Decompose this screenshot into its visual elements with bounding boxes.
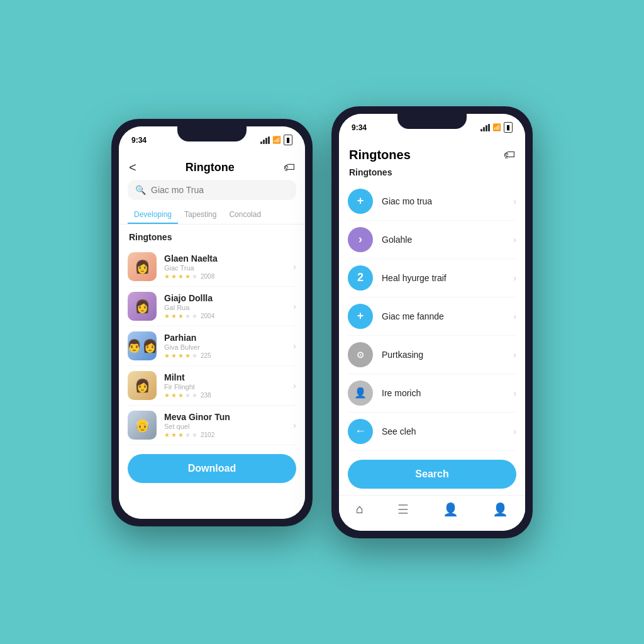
ringtone-info-2: Parhian Giva Bulver ★ ★ ★ ★ ★ 225 xyxy=(164,333,286,359)
right-phone: 9:34 📶 ▮ Ringtones 🏷 Ringtones xyxy=(331,106,533,538)
signal-icon-left xyxy=(260,136,270,144)
ringtone-info-3: Milnt Fir Flinght ★ ★ ★ ★ ★ 238 xyxy=(164,372,286,399)
ringtone-item-0[interactable]: 👩 Glaen Naelta Giac Trua ★ ★ ★ ★ ★ xyxy=(128,247,296,287)
ringtone-stars-2: ★ ★ ★ ★ ★ 225 xyxy=(164,352,286,359)
signal-icon-right xyxy=(480,124,490,131)
chevron-3: › xyxy=(293,380,296,391)
right-chevron-6: › xyxy=(513,426,516,436)
ringtone-subtitle-0: Giac Trua xyxy=(164,264,286,272)
chevron-2: › xyxy=(293,341,296,351)
left-phone-screen: 9:34 📶 ▮ < Ringtone 🏷 xyxy=(119,126,305,519)
circle-icon-0: + xyxy=(348,189,373,214)
right-name-2: Heal hyurge traif xyxy=(382,273,504,283)
right-item-1[interactable]: › Golahle › xyxy=(348,221,516,259)
right-item-4[interactable]: ⊙ Purtkasing › xyxy=(348,336,516,374)
status-bar-right: 9:34 📶 ▮ xyxy=(339,114,525,142)
ringtone-list-left: 👩 Glaen Naelta Giac Trua ★ ★ ★ ★ ★ xyxy=(119,247,305,445)
tag-icon-left[interactable]: 🏷 xyxy=(284,161,295,174)
avatar-2: 👨‍👩 xyxy=(128,331,157,360)
status-icons-right: 📶 ▮ xyxy=(480,122,513,133)
right-chevron-5: › xyxy=(513,388,516,398)
ringtone-item-1[interactable]: 👩 Giajo Dollla Gal Rua ★ ★ ★ ★ ★ 2 xyxy=(128,287,296,326)
right-item-5[interactable]: 👤 Ire morich › xyxy=(348,374,516,413)
circle-icon-3: + xyxy=(348,304,373,329)
wifi-icon-left: 📶 xyxy=(272,136,281,144)
nav-list[interactable]: ☰ xyxy=(397,502,409,517)
left-phone: 9:34 📶 ▮ < Ringtone 🏷 xyxy=(111,119,313,526)
right-info-2: Heal hyurge traif xyxy=(382,273,504,283)
right-name-0: Giac mo trua xyxy=(382,196,504,206)
ringtone-item-2[interactable]: 👨‍👩 Parhian Giva Bulver ★ ★ ★ ★ ★ xyxy=(128,326,296,366)
ringtone-name-0: Glaen Naelta xyxy=(164,253,286,264)
ringtone-info-1: Giajo Dollla Gal Rua ★ ★ ★ ★ ★ 2004 xyxy=(164,293,286,319)
tab-developing[interactable]: Developing xyxy=(128,206,178,224)
right-section-label: Ringtones xyxy=(339,167,525,182)
ringtone-item-3[interactable]: 👩 Milnt Fir Flinght ★ ★ ★ ★ ★ 238 xyxy=(128,366,296,406)
left-header: < Ringtone 🏷 xyxy=(119,154,305,180)
left-page-title: Ringtone xyxy=(186,161,235,174)
circle-icon-6: ← xyxy=(348,419,373,444)
status-bar-left: 9:34 📶 ▮ xyxy=(119,126,305,154)
right-item-3[interactable]: + Giac me fannde › xyxy=(348,297,516,336)
search-button[interactable]: Search xyxy=(348,460,516,489)
right-phone-screen: 9:34 📶 ▮ Ringtones 🏷 Ringtones xyxy=(339,114,525,531)
right-info-6: See cleh xyxy=(382,426,504,436)
back-button[interactable]: < xyxy=(129,160,136,175)
bottom-nav: ⌂ ☰ 👤 👤 xyxy=(339,495,525,521)
tabs-left: Developing Tapesting Concolad xyxy=(119,206,305,225)
right-item-6[interactable]: ← See cleh › xyxy=(348,413,516,451)
left-section-label: Ringtones xyxy=(119,232,305,247)
tab-tapesting[interactable]: Tapesting xyxy=(178,206,223,224)
avatar-4: 👴 xyxy=(128,411,157,440)
nav-home[interactable]: ⌂ xyxy=(356,502,364,517)
ringtone-name-3: Milnt xyxy=(164,372,286,382)
right-name-6: See cleh xyxy=(382,426,504,436)
tag-icon-right[interactable]: 🏷 xyxy=(504,148,515,162)
right-info-5: Ire morich xyxy=(382,388,504,398)
right-item-0[interactable]: + Giac mo trua › xyxy=(348,182,516,221)
search-input-left[interactable] xyxy=(151,185,289,195)
right-info-0: Giac mo trua xyxy=(382,196,504,206)
right-chevron-1: › xyxy=(513,235,516,245)
account-icon: 👤 xyxy=(492,502,508,517)
ringtone-name-1: Giajo Dollla xyxy=(164,293,286,303)
battery-icon-right: ▮ xyxy=(504,122,513,133)
ringtone-subtitle-2: Giva Bulver xyxy=(164,343,286,351)
nav-account[interactable]: 👤 xyxy=(492,502,508,517)
avatar-3: 👩 xyxy=(128,371,157,400)
ringtone-stars-0: ★ ★ ★ ★ ★ 2008 xyxy=(164,273,286,280)
time-left: 9:34 xyxy=(131,136,147,145)
home-icon: ⌂ xyxy=(356,502,364,516)
avatar-img-0: 👩 xyxy=(128,252,157,281)
right-name-5: Ire morich xyxy=(382,388,504,398)
circle-icon-5: 👤 xyxy=(348,380,373,406)
time-right: 9:34 xyxy=(352,123,367,132)
chevron-1: › xyxy=(293,301,296,311)
avatar-1: 👩 xyxy=(128,292,157,321)
right-chevron-0: › xyxy=(513,196,516,206)
right-screen-content: Ringtones 🏷 Ringtones + Giac mo trua › xyxy=(339,142,525,531)
list-icon: ☰ xyxy=(397,502,409,517)
download-button[interactable]: Download xyxy=(128,454,296,483)
search-bar-left[interactable]: 🔍 xyxy=(128,180,296,200)
battery-icon-left: ▮ xyxy=(284,135,292,145)
phones-container: 9:34 📶 ▮ < Ringtone 🏷 xyxy=(111,106,533,538)
circle-icon-2: 2 xyxy=(348,265,373,291)
notch-right xyxy=(397,114,467,129)
search-icon-left: 🔍 xyxy=(135,185,146,195)
chevron-0: › xyxy=(293,262,296,272)
right-item-2[interactable]: 2 Heal hyurge traif › xyxy=(348,259,516,297)
chevron-4: › xyxy=(293,420,296,430)
ringtone-item-4[interactable]: 👴 Meva Ginor Tun Set quel ★ ★ ★ ★ ★ xyxy=(128,406,296,445)
profile-icon: 👤 xyxy=(443,502,458,517)
circle-icon-1: › xyxy=(348,227,373,252)
status-icons-left: 📶 ▮ xyxy=(260,135,292,145)
ringtone-subtitle-4: Set quel xyxy=(164,423,286,430)
ringtone-subtitle-1: Gal Rua xyxy=(164,304,286,311)
nav-profile[interactable]: 👤 xyxy=(443,502,458,517)
right-name-1: Golahle xyxy=(382,235,504,245)
tab-concolad[interactable]: Concolad xyxy=(223,206,267,224)
wifi-icon-right: 📶 xyxy=(492,123,501,131)
right-info-4: Purtkasing xyxy=(382,350,504,360)
right-page-title: Ringtones xyxy=(349,148,411,162)
